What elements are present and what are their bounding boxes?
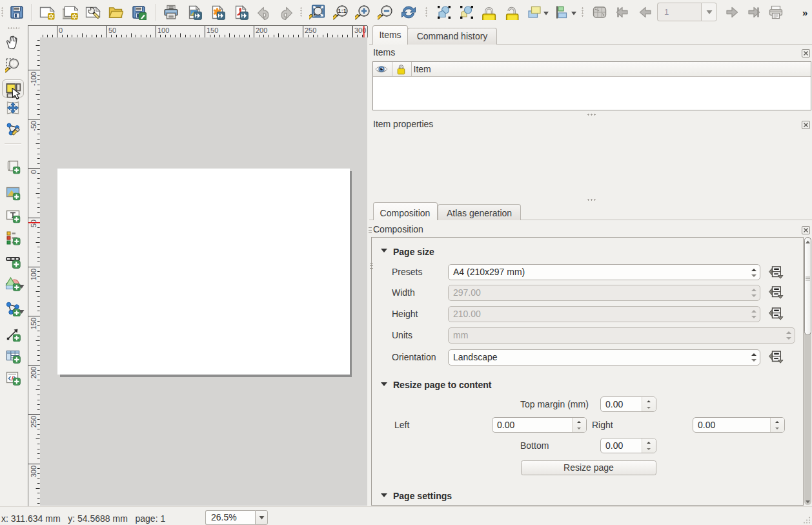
svg-text:150: 150 xyxy=(30,318,37,329)
svg-text:300: 300 xyxy=(354,26,366,34)
svg-text:250: 250 xyxy=(30,416,37,427)
svg-text:1:1: 1:1 xyxy=(338,7,347,14)
svg-text:100: 100 xyxy=(30,269,37,280)
svg-text:0: 0 xyxy=(59,26,63,34)
svg-text:250: 250 xyxy=(305,26,316,34)
svg-text:200: 200 xyxy=(30,367,37,378)
svg-text:150: 150 xyxy=(207,26,218,34)
svg-text:-50: -50 xyxy=(30,121,37,131)
svg-text:100: 100 xyxy=(157,26,169,34)
svg-text:50: 50 xyxy=(108,26,116,34)
svg-text:-100: -100 xyxy=(30,72,37,86)
svg-text:0: 0 xyxy=(30,170,37,174)
svg-text:50: 50 xyxy=(30,220,37,227)
svg-text:300: 300 xyxy=(30,466,37,477)
svg-text:200: 200 xyxy=(256,26,267,34)
